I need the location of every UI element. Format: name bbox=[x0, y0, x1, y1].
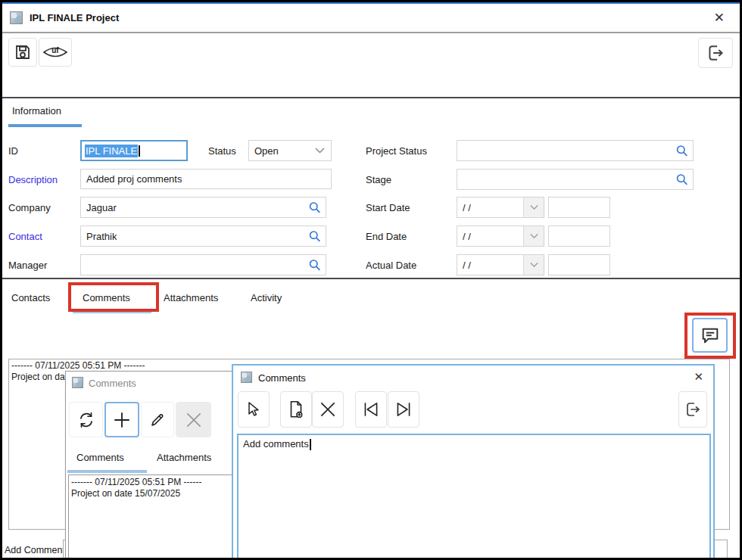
information-tab-underline bbox=[8, 124, 82, 127]
sign-out-icon bbox=[684, 400, 702, 418]
comment-text-value: Add comments bbox=[243, 438, 309, 450]
first-record-button[interactable] bbox=[355, 391, 387, 428]
dialog-title: Comments bbox=[258, 372, 306, 384]
delete-x-icon bbox=[318, 400, 338, 419]
tab-attachments[interactable]: Attachments bbox=[164, 292, 218, 303]
stage-label: Stage bbox=[366, 174, 391, 185]
user-fields-button[interactable]: uf bbox=[39, 38, 72, 67]
project-status-field[interactable] bbox=[457, 140, 694, 161]
actual-date-label: Actual Date bbox=[366, 260, 416, 271]
skip-to-last-icon bbox=[394, 400, 413, 419]
description-field[interactable]: Added proj comments bbox=[80, 169, 332, 189]
edit-button[interactable] bbox=[141, 402, 174, 437]
last-record-button[interactable] bbox=[388, 391, 419, 428]
stage-field[interactable] bbox=[457, 169, 694, 190]
form-separator bbox=[2, 278, 740, 279]
window-top-border bbox=[2, 2, 740, 4]
contact-field[interactable]: Prathik bbox=[80, 226, 326, 247]
end-date-label: End Date bbox=[366, 231, 407, 242]
project-status-label: Project Status bbox=[366, 145, 427, 157]
end-time-field[interactable] bbox=[548, 226, 610, 247]
skip-to-first-icon bbox=[361, 400, 381, 419]
titlebar-separator bbox=[2, 32, 740, 33]
refresh-icon bbox=[76, 410, 96, 430]
pencil-icon bbox=[148, 411, 167, 429]
manager-field[interactable] bbox=[80, 254, 326, 275]
comment-textarea[interactable]: Add comments bbox=[237, 434, 711, 560]
text-caret bbox=[139, 145, 140, 157]
back-dialog-comment-list[interactable]: ------- 07/11/2025 05:51 PM ------ Proje… bbox=[68, 474, 238, 560]
back-dialog-tab-underline bbox=[67, 470, 147, 473]
search-icon[interactable] bbox=[675, 145, 688, 157]
new-comment-button[interactable] bbox=[104, 402, 139, 437]
calendar-dropdown-button[interactable] bbox=[523, 198, 544, 217]
id-field[interactable]: IPL FINALE bbox=[80, 140, 188, 161]
calendar-dropdown-button[interactable] bbox=[523, 226, 544, 246]
comments-dialog-back: Comments bbox=[65, 371, 239, 560]
end-date-field[interactable]: / / bbox=[457, 226, 544, 247]
actual-date-field[interactable]: / / bbox=[457, 254, 544, 275]
company-field[interactable]: Jaguar bbox=[80, 197, 326, 218]
uf-eye-icon: uf bbox=[42, 43, 68, 61]
search-icon[interactable] bbox=[308, 201, 321, 214]
sign-out-icon bbox=[706, 43, 725, 63]
status-label: Status bbox=[208, 145, 236, 157]
delete-record-button[interactable] bbox=[312, 391, 344, 428]
delete-button bbox=[176, 402, 211, 437]
delete-x-icon bbox=[184, 410, 204, 430]
contact-label: Contact bbox=[8, 231, 42, 242]
search-icon[interactable] bbox=[308, 259, 321, 272]
app-icon bbox=[72, 377, 83, 388]
select-button[interactable] bbox=[238, 391, 270, 428]
app-icon bbox=[241, 372, 252, 383]
comment-timestamp: ------- 07/11/2025 05:51 PM ------ bbox=[71, 477, 235, 488]
annotation-box-comments-tab bbox=[68, 282, 159, 312]
search-icon[interactable] bbox=[308, 230, 321, 243]
description-label: Description bbox=[8, 174, 58, 185]
new-document-icon bbox=[286, 400, 306, 419]
exit-button[interactable] bbox=[698, 38, 733, 68]
tab-contacts[interactable]: Contacts bbox=[11, 292, 50, 303]
comments-dialog-front: Comments ✕ bbox=[232, 364, 715, 560]
toolbar-separator bbox=[2, 97, 740, 98]
tab-activity[interactable]: Activity bbox=[251, 292, 282, 303]
dialog-exit-button[interactable] bbox=[678, 391, 707, 428]
project-window: IPL FINALE Project ✕ uf Informat bbox=[0, 0, 742, 560]
tab-information[interactable]: Information bbox=[12, 105, 61, 117]
refresh-button[interactable] bbox=[69, 402, 103, 437]
start-time-field[interactable] bbox=[548, 197, 610, 218]
back-dialog-tab-comments[interactable]: Comments bbox=[76, 452, 124, 463]
window-title: IPL FINALE Project bbox=[30, 12, 119, 23]
save-icon bbox=[14, 43, 32, 61]
annotation-box-add-comment bbox=[684, 313, 736, 359]
app-icon bbox=[10, 11, 23, 24]
back-dialog-tab-attachments[interactable]: Attachments bbox=[157, 452, 211, 463]
text-caret bbox=[310, 439, 311, 450]
id-label: ID bbox=[8, 145, 18, 157]
save-button[interactable] bbox=[8, 38, 37, 67]
start-date-field[interactable]: / / bbox=[457, 197, 544, 218]
start-date-label: Start Date bbox=[366, 202, 410, 213]
comment-text: Project on date 15/07/2025 bbox=[71, 488, 235, 499]
close-icon[interactable]: ✕ bbox=[694, 370, 703, 384]
add-comments-label: Add Comments bbox=[5, 545, 70, 555]
plus-icon bbox=[112, 410, 132, 430]
new-record-button[interactable] bbox=[280, 391, 312, 428]
dialog-title: Comments bbox=[89, 378, 136, 389]
company-label: Company bbox=[8, 202, 51, 213]
manager-label: Manager bbox=[8, 260, 47, 271]
cursor-arrow-icon bbox=[245, 400, 263, 418]
status-dropdown[interactable]: Open bbox=[248, 140, 332, 161]
chevron-down-icon bbox=[315, 148, 325, 154]
close-icon[interactable]: ✕ bbox=[714, 10, 725, 26]
calendar-dropdown-button[interactable] bbox=[523, 255, 544, 275]
search-icon[interactable] bbox=[675, 173, 688, 186]
actual-time-field[interactable] bbox=[548, 254, 610, 275]
